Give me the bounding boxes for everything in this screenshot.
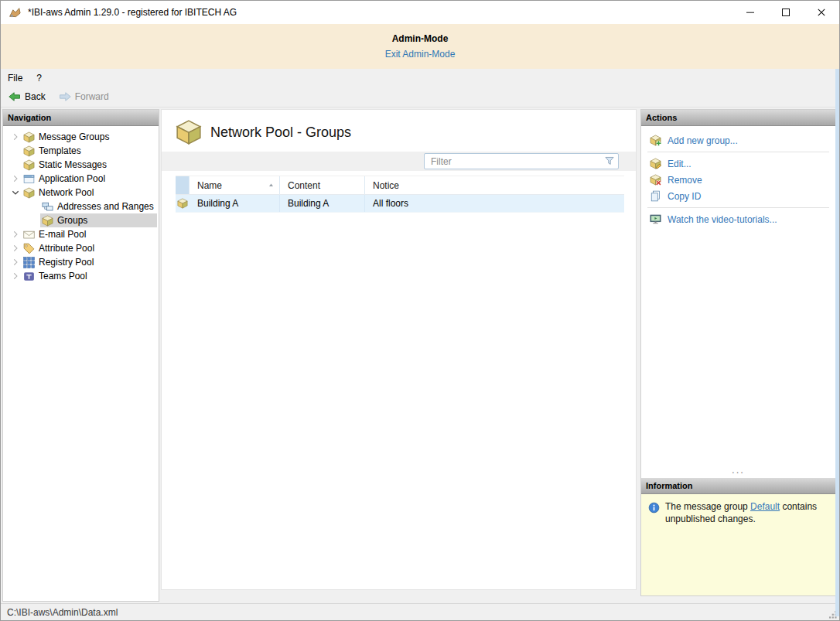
cube-icon	[23, 159, 35, 171]
actions-separator	[647, 207, 829, 208]
table-row-selector-header[interactable]	[176, 176, 190, 194]
nav-item-attribute-pool[interactable]: Attribute Pool	[3, 241, 159, 255]
action-copy-id[interactable]: Copy ID	[641, 188, 835, 204]
nav-item-message-groups[interactable]: Message Groups	[3, 130, 159, 144]
back-arrow-icon	[9, 90, 21, 103]
status-bar: C:\IBI-aws\Admin\Data.xml	[1, 603, 839, 621]
column-header-notice[interactable]: Notice	[365, 176, 624, 194]
nav-item-label: Templates	[39, 145, 81, 156]
filter-input[interactable]	[424, 153, 619, 169]
copy-icon	[650, 190, 661, 202]
video-icon	[650, 213, 661, 225]
action-remove[interactable]: Remove	[641, 172, 835, 188]
nav-item-label: Registry Pool	[39, 257, 94, 268]
window-icon	[23, 173, 35, 185]
tag-icon	[23, 243, 35, 254]
table-row-building-a[interactable]: Building ABuilding AAll floors	[176, 195, 624, 213]
actions-list: Add new group...Edit...RemoveCopy IDWatc…	[641, 126, 835, 227]
information-text: The message group Default contains unpub…	[665, 501, 824, 525]
cube-icon	[42, 215, 53, 227]
nav-item-label: Network Pool	[39, 187, 94, 198]
nav-item-network-pool[interactable]: Network Pool	[3, 186, 159, 200]
cube-icon	[23, 145, 35, 157]
chevron-placeholder	[28, 214, 40, 227]
minimize-button[interactable]	[732, 1, 768, 24]
teams-icon	[23, 271, 35, 282]
nav-item-templates[interactable]: Templates	[3, 144, 159, 158]
window-title: *IBI-aws Admin 1.29.0 - registered for I…	[28, 7, 237, 18]
maximize-button[interactable]	[768, 1, 804, 24]
chevron-placeholder	[9, 145, 22, 157]
menu-file[interactable]: File	[1, 69, 29, 87]
vertical-scrollbar[interactable]	[835, 69, 839, 616]
filter-band	[162, 152, 636, 171]
cell-content: Building A	[280, 195, 365, 212]
cube-add-icon	[650, 135, 661, 146]
nav-item-label: Teams Pool	[39, 271, 87, 281]
action-label: Edit...	[668, 159, 691, 169]
actions-overflow[interactable]: ...	[641, 464, 835, 478]
action-label: Remove	[668, 175, 702, 186]
column-header-label: Content	[288, 180, 320, 191]
information-text-before: The message group	[665, 501, 750, 512]
content-panel: Network Pool - Groups NameContentNotice …	[161, 109, 637, 590]
column-header-name[interactable]: Name	[190, 176, 280, 194]
table-header: NameContentNotice	[176, 176, 624, 195]
network-icon	[42, 201, 53, 213]
information-box: The message group Default contains unpub…	[641, 494, 835, 595]
chevron-right-icon[interactable]	[9, 270, 22, 282]
cell-name: Building A	[190, 195, 280, 212]
action-add-new-group[interactable]: Add new group...	[641, 132, 835, 148]
nav-item-label: E-mail Pool	[39, 229, 86, 240]
network-pool-groups-icon	[176, 119, 202, 145]
nav-item-label: Application Pool	[39, 173, 105, 184]
actions-panel: Actions Add new group...Edit...RemoveCop…	[640, 109, 836, 596]
page-title: Network Pool - Groups	[210, 125, 351, 141]
chevron-right-icon[interactable]	[9, 242, 22, 254]
actions-panel-header: Actions	[641, 110, 835, 126]
sort-ascending-icon	[268, 182, 275, 189]
nav-item-teams-pool[interactable]: Teams Pool	[3, 269, 159, 283]
navigation-panel: Navigation Message GroupsTemplatesStatic…	[2, 109, 159, 602]
navigation-tree: Message GroupsTemplatesStatic MessagesAp…	[3, 126, 159, 283]
chevron-right-icon[interactable]	[9, 172, 22, 185]
nav-item-static-messages[interactable]: Static Messages	[3, 158, 159, 172]
action-label: Add new group...	[668, 135, 738, 146]
nav-item-application-pool[interactable]: Application Pool	[3, 172, 159, 186]
nav-item-addresses-and-ranges[interactable]: Addresses and Ranges	[3, 200, 159, 213]
chevron-right-icon[interactable]	[9, 256, 22, 268]
admin-mode-banner: Admin-Mode Exit Admin-Mode	[1, 24, 839, 70]
status-path: C:\IBI-aws\Admin\Data.xml	[7, 607, 118, 618]
action-watch-the-video-tutorials[interactable]: Watch the video-tutorials...	[641, 211, 835, 227]
chevron-right-icon[interactable]	[9, 228, 22, 241]
nav-item-registry-pool[interactable]: Registry Pool	[3, 255, 159, 269]
exit-admin-mode-link[interactable]: Exit Admin-Mode	[385, 49, 456, 60]
menu-help[interactable]: ?	[29, 69, 49, 87]
nav-item-e-mail-pool[interactable]: E-mail Pool	[3, 227, 159, 241]
actions-spacer	[641, 227, 835, 464]
chevron-placeholder	[28, 200, 40, 213]
nav-item-label: Addresses and Ranges	[57, 201, 154, 212]
actions-separator	[647, 152, 829, 152]
column-header-label: Notice	[373, 180, 399, 191]
close-button[interactable]	[804, 1, 839, 24]
groups-table: NameContentNotice Building ABuilding AAl…	[176, 176, 624, 213]
column-header-content[interactable]: Content	[280, 176, 365, 194]
cube-icon	[23, 187, 35, 199]
admin-mode-title: Admin-Mode	[1, 24, 839, 44]
chevron-right-icon[interactable]	[9, 131, 22, 143]
filter-box	[424, 153, 619, 169]
action-edit[interactable]: Edit...	[641, 155, 835, 172]
forward-button[interactable]: Forward	[53, 89, 114, 104]
funnel-icon[interactable]	[604, 155, 615, 166]
chevron-down-icon[interactable]	[9, 186, 22, 199]
grid-icon	[23, 257, 35, 268]
nav-item-label: Static Messages	[39, 159, 107, 170]
window-controls	[732, 1, 839, 24]
back-button-label: Back	[25, 91, 46, 102]
default-group-link[interactable]: Default	[750, 501, 780, 512]
nav-item-groups[interactable]: Groups	[3, 213, 159, 227]
back-button[interactable]: Back	[3, 89, 51, 104]
chevron-placeholder	[9, 159, 22, 171]
table-body: Building ABuilding AAll floors	[176, 195, 624, 213]
